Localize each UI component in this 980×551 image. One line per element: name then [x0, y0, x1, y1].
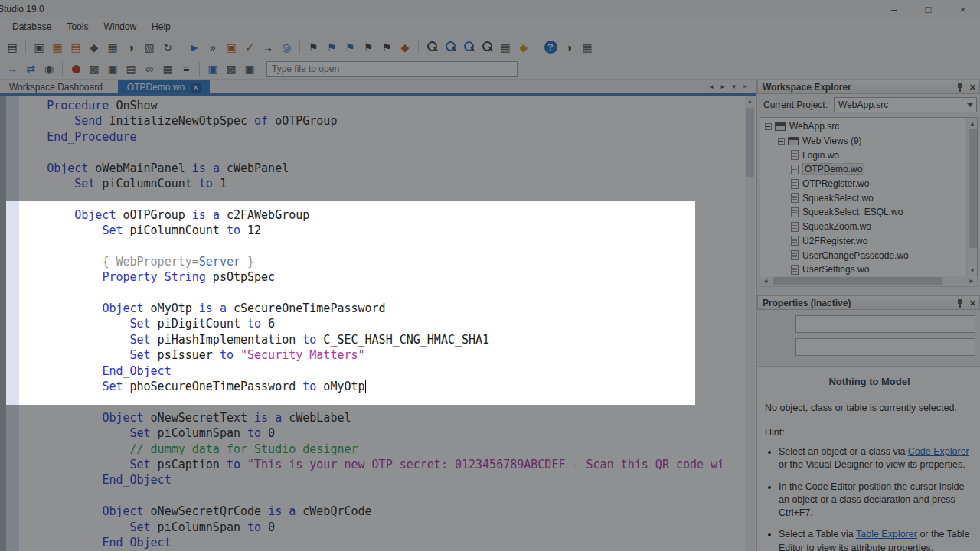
tree-scroll-left-icon[interactable]: ◄	[760, 276, 771, 286]
class-browser-icon[interactable]: ▧	[140, 39, 158, 56]
window-cascade-icon[interactable]: ▩	[222, 60, 240, 77]
compile-prev-flag-icon[interactable]: ⚑	[341, 39, 359, 56]
pin-icon[interactable]	[957, 298, 963, 308]
hint-link[interactable]: Table Explorer	[856, 529, 917, 540]
bookmark-icon[interactable]: ⚑	[359, 39, 377, 56]
workspace-tree[interactable]: WebApp.srcWeb Views (9)Login.woOTPDemo.w…	[760, 117, 978, 276]
find-icon[interactable]	[423, 39, 441, 56]
preview-icon[interactable]: ◎	[277, 39, 296, 56]
source-code[interactable]: Procedure OnShow Send InitializeNewOtpSp…	[19, 98, 746, 550]
tree-item-web-views-9-[interactable]: Web Views (9)	[762, 134, 965, 148]
goto-icon[interactable]	[459, 39, 478, 56]
tree-item-u2fregister-wo[interactable]: U2FRegister.wo	[762, 234, 965, 249]
maximize-button[interactable]: □	[911, 0, 946, 18]
editor-edge-strip	[0, 96, 6, 551]
tree-vertical-scrollbar[interactable]: ▲ ▼	[966, 118, 977, 276]
hint-link[interactable]: Code Explorer	[908, 446, 969, 457]
current-project-dropdown[interactable]: WebApp.src	[834, 97, 977, 112]
step-into-icon[interactable]: →	[3, 60, 21, 77]
tab-otpdemo-wo[interactable]: OTPDemo.wo✕	[118, 80, 210, 95]
pie-report-icon[interactable]: ◑	[122, 39, 140, 56]
collapse-icon[interactable]	[778, 138, 785, 145]
tree-hscrollbar-thumb[interactable]	[773, 277, 942, 285]
document-icon	[791, 265, 799, 275]
database-builder-icon[interactable]: ▦	[103, 39, 122, 56]
key-icon[interactable]: ◆	[514, 39, 533, 56]
tab-list-icon[interactable]: ▼	[731, 83, 737, 90]
close-tab-icon[interactable]: ✕	[743, 83, 748, 90]
window-switch-icon[interactable]: ▣	[240, 60, 259, 77]
tree-scroll-up-icon[interactable]: ▲	[967, 118, 978, 129]
compile-flag-icon[interactable]: ⚑	[304, 39, 322, 56]
table-view-icon[interactable]: ▦	[158, 60, 177, 77]
collapse-icon[interactable]	[765, 123, 772, 130]
run-icon[interactable]: ►	[185, 39, 204, 56]
tree-item-userchangepasscode-wo[interactable]: UserChangePasscode.wo	[762, 248, 965, 262]
step-over-icon[interactable]: ⇄	[21, 60, 40, 77]
object-selector-combo[interactable]	[795, 315, 975, 333]
menu-database[interactable]: Database	[5, 19, 59, 34]
breakpoint-icon[interactable]	[67, 60, 85, 77]
code-line: Set piColumnSpan to 0	[19, 425, 746, 441]
tree-item-webapp-src[interactable]: WebApp.src	[762, 119, 965, 134]
refresh-icon[interactable]: ↻	[158, 39, 177, 56]
tree-scroll-right-icon[interactable]: ►	[966, 276, 977, 286]
menu-tools[interactable]: Tools	[59, 19, 96, 34]
table-grid-icon[interactable]: ▦	[578, 39, 596, 56]
code-line: Object oOTPGroup is a c2FAWebGroup	[19, 207, 746, 223]
help-icon[interactable]: ?	[541, 39, 560, 56]
exit-icon[interactable]: →	[259, 39, 277, 56]
debug-hand-icon[interactable]: ◆	[396, 39, 414, 56]
compile-next-flag-icon[interactable]: ⚑	[322, 39, 341, 56]
bookmark-clear-icon[interactable]: ⚑	[377, 39, 396, 56]
dashboard-icon[interactable]: ▦	[48, 39, 67, 56]
find-in-files-icon[interactable]	[478, 39, 496, 56]
calendar-warning-icon[interactable]: ▣	[222, 39, 240, 56]
current-project-value: WebApp.src	[838, 99, 888, 110]
print-icon[interactable]: ▤	[3, 39, 21, 56]
component-icon[interactable]: ▩	[85, 60, 103, 77]
web-preview-icon[interactable]: ▣	[103, 60, 122, 77]
file-open-input[interactable]	[266, 61, 518, 77]
order-entry-icon[interactable]: ▤	[67, 39, 85, 56]
tree-item-login-wo[interactable]: Login.wo	[762, 148, 965, 162]
tree-horizontal-scrollbar[interactable]: ◄ ►	[760, 276, 978, 287]
tree-item-otpregister-wo[interactable]: OTPRegister.wo	[762, 177, 965, 191]
scroll-up-icon[interactable]: ▲	[745, 96, 755, 106]
find-next-icon[interactable]	[441, 39, 459, 56]
editor-vertical-scrollbar[interactable]: ▲	[745, 96, 755, 551]
minimize-button[interactable]: –	[877, 0, 911, 18]
workspace-switch-icon[interactable]: ▦	[496, 39, 514, 56]
connect-icon[interactable]: ◆	[85, 39, 103, 56]
web-mail-icon[interactable]: ▤	[122, 60, 140, 77]
compile-run-icon[interactable]: »	[204, 39, 222, 56]
tree-item-otpdemo-wo[interactable]: OTPDemo.wo	[762, 162, 965, 177]
tree-scrollbar-thumb[interactable]	[969, 129, 977, 248]
about-icon[interactable]: ◑	[560, 39, 578, 56]
window-new-icon[interactable]: ▣	[204, 60, 222, 77]
scrollbar-thumb[interactable]	[746, 108, 754, 177]
scroll-tabs-right-icon[interactable]: ►	[720, 83, 726, 90]
tree-scroll-down-icon[interactable]: ▼	[967, 265, 978, 276]
tree-item-usersettings-wo[interactable]: UserSettings.wo	[762, 262, 965, 276]
record-icon[interactable]: ◉	[40, 60, 58, 77]
project-icon	[775, 122, 786, 131]
tree-item-squeakselect-wo[interactable]: SqueakSelect.wo	[762, 191, 965, 205]
tab-workspace-dashboard[interactable]: Workspace Dashboard	[0, 80, 112, 95]
menu-window[interactable]: Window	[96, 19, 144, 34]
hint-item: In the Code Editor position the cursor i…	[779, 481, 974, 520]
class-selector-combo[interactable]	[795, 338, 975, 356]
panel-close-icon[interactable]: ✕	[969, 298, 976, 308]
check-icon[interactable]: ✓	[240, 39, 259, 56]
copy-panels-icon[interactable]: ▣	[30, 39, 48, 56]
scroll-tabs-left-icon[interactable]: ◄	[708, 83, 714, 90]
code-line: End_Object	[19, 535, 746, 550]
tab-close-icon[interactable]: ✕	[191, 83, 201, 93]
spectacles-icon[interactable]: ∞	[140, 60, 158, 77]
tree-item-squeakselect-esql-wo[interactable]: SqueakSelect_ESQL.wo	[762, 205, 965, 220]
tree-item-squeakzoom-wo[interactable]: SqueakZoom.wo	[762, 220, 965, 234]
code-editor[interactable]: Procedure OnShow Send InitializeNewOtpSp…	[0, 96, 756, 551]
close-button[interactable]: ×	[946, 0, 980, 18]
menu-help[interactable]: Help	[144, 19, 178, 34]
list-icon[interactable]: ≡	[177, 60, 195, 77]
